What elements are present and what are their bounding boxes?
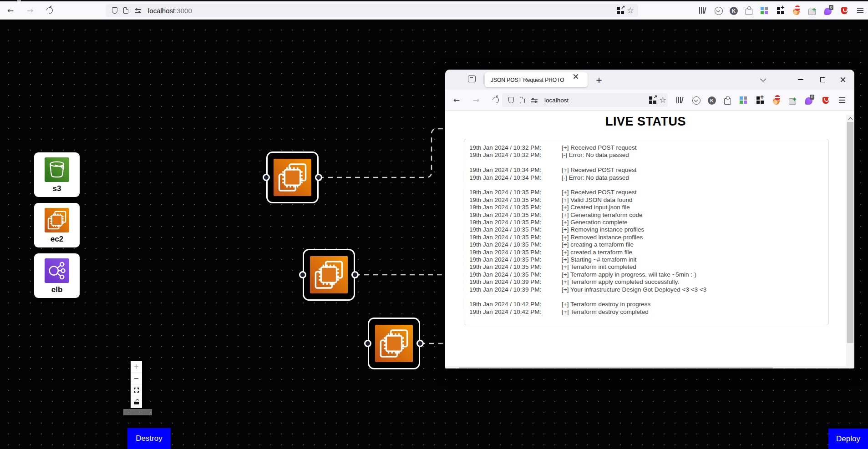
- log-timestamp: 19th Jan 2024 / 10:35 PM:: [469, 234, 562, 241]
- log-timestamp: 19th Jan 2024 / 10:35 PM:: [469, 256, 562, 263]
- extensions-puzzle-icon[interactable]: [722, 95, 732, 105]
- blocker-extension-icon[interactable]: [792, 5, 802, 15]
- log-row: 19th Jan 2024 / 10:42 PM:[+] Terraform d…: [469, 308, 828, 316]
- color-grid-extension-icon[interactable]: [739, 95, 749, 105]
- maximize-button[interactable]: [815, 70, 830, 90]
- grid-plus-extension-icon[interactable]: [755, 95, 765, 105]
- popup-active-tab[interactable]: JSON POST Request PROTO: [485, 72, 588, 87]
- log-timestamp: 19th Jan 2024 / 10:32 PM:: [469, 144, 562, 151]
- node-port-right[interactable]: [315, 174, 322, 181]
- shield-icon[interactable]: [508, 97, 514, 103]
- scrollbar-thumb[interactable]: [459, 367, 773, 368]
- log-message: [562, 182, 828, 189]
- library-icon[interactable]: [698, 5, 708, 15]
- shield-icon[interactable]: [112, 7, 117, 14]
- zoom-in-button[interactable]: +: [131, 361, 142, 373]
- log-row: 19th Jan 2024 / 10:35 PM:[+] Received PO…: [469, 189, 828, 196]
- tab-close-button[interactable]: [576, 76, 583, 83]
- reload-button[interactable]: [491, 95, 501, 105]
- bookmark-star-icon[interactable]: ☆: [625, 5, 635, 15]
- titlebar-chevron-button[interactable]: [755, 70, 771, 90]
- log-message: [-] Error: No data passed: [562, 151, 828, 159]
- node-port-right[interactable]: [351, 271, 359, 278]
- pocket-icon[interactable]: [714, 5, 724, 15]
- blocker-extension-icon[interactable]: [772, 95, 782, 105]
- close-window-button[interactable]: [835, 70, 851, 90]
- minimize-icon: [798, 79, 803, 80]
- forward-button[interactable]: →: [25, 5, 35, 15]
- add-extension-icon[interactable]: [807, 5, 817, 15]
- tile-tabs-icon[interactable]: [615, 5, 625, 15]
- scroll-up-arrow[interactable]: [848, 116, 853, 121]
- purple-badge-extension-icon[interactable]: [823, 5, 833, 15]
- log-timestamp: 19th Jan 2024 / 10:35 PM:: [469, 219, 562, 226]
- new-tab-button[interactable]: +: [593, 73, 605, 86]
- log-message: [-] Error: No data passed: [562, 174, 828, 182]
- log-message: [+] Your infrastructure Design Got Deplo…: [562, 286, 828, 293]
- bookmark-star-icon[interactable]: ☆: [658, 95, 668, 105]
- zoom-out-button[interactable]: −: [131, 373, 142, 384]
- horizontal-scrollbar[interactable]: [445, 366, 846, 368]
- log-timestamp: [469, 159, 562, 166]
- add-extension-icon[interactable]: [788, 95, 798, 105]
- firefox-view-icon[interactable]: [468, 76, 476, 82]
- log-message: [+] Received POST request: [562, 189, 828, 196]
- node-port-left[interactable]: [299, 271, 306, 278]
- page-info-icon[interactable]: [123, 7, 128, 14]
- color-grid-extension-icon[interactable]: [760, 5, 770, 15]
- deploy-button[interactable]: Deploy: [828, 429, 868, 449]
- node-port-left[interactable]: [364, 340, 371, 347]
- log-row: [469, 182, 828, 189]
- page-info-icon[interactable]: [520, 97, 525, 103]
- tile-tabs-icon[interactable]: [648, 95, 658, 105]
- node-port-right[interactable]: [416, 340, 424, 347]
- log-row: 19th Jan 2024 / 10:34 PM:[+] Received PO…: [469, 166, 828, 174]
- pocket-icon[interactable]: [691, 95, 701, 105]
- log-message: [+] Received POST request: [562, 166, 828, 174]
- scroll-down-arrow[interactable]: [848, 367, 853, 368]
- scrollbar-thumb[interactable]: [847, 122, 853, 343]
- palette-item-s3[interactable]: s3: [34, 152, 80, 197]
- keepa-extension-icon[interactable]: K: [730, 7, 738, 15]
- grid-plus-extension-icon[interactable]: [776, 5, 786, 15]
- hamburger-menu-icon[interactable]: [837, 95, 847, 105]
- back-button[interactable]: ←: [452, 95, 462, 105]
- adguard-shield-icon[interactable]: [839, 5, 849, 15]
- tab-title: JSON POST Request PROTO: [491, 77, 564, 83]
- palette-item-ec2[interactable]: ec2: [34, 203, 80, 247]
- log-row: 19th Jan 2024 / 10:39 PM:[+] Your infras…: [469, 286, 828, 293]
- canvas-node-ec2-2[interactable]: [303, 249, 355, 301]
- react-flow-attribution[interactable]: React Flow: [123, 409, 152, 415]
- log-message: [+] Terraform init completed: [562, 263, 828, 271]
- ec2-chip-icon: [45, 208, 69, 232]
- tab-separator: [483, 75, 484, 84]
- popup-address-bar[interactable]: localhost ☆: [502, 93, 668, 107]
- purple-badge-extension-icon[interactable]: [804, 95, 814, 105]
- permissions-icon[interactable]: [134, 7, 142, 14]
- hamburger-menu-icon[interactable]: [855, 5, 865, 15]
- log-message: [562, 293, 828, 301]
- destroy-button[interactable]: Destroy: [127, 428, 171, 449]
- back-button[interactable]: ←: [5, 5, 15, 15]
- flow-controls: + −: [131, 361, 142, 408]
- vertical-scrollbar[interactable]: [846, 115, 854, 368]
- reload-button[interactable]: [45, 5, 55, 15]
- canvas-node-ec2-3[interactable]: [368, 318, 420, 369]
- log-row: 19th Jan 2024 / 10:34 PM:[-] Error: No d…: [469, 174, 828, 182]
- keepa-extension-icon[interactable]: K: [708, 96, 716, 105]
- library-icon[interactable]: [675, 95, 685, 105]
- log-timestamp: 19th Jan 2024 / 10:35 PM:: [469, 189, 562, 196]
- minimize-button[interactable]: [793, 70, 808, 90]
- extension-toolbar: K: [698, 5, 865, 15]
- address-bar[interactable]: localhost:3000 ☆: [106, 4, 638, 17]
- forward-button[interactable]: →: [471, 95, 481, 105]
- log-row: 19th Jan 2024 / 10:35 PM:[+] Removed ins…: [469, 234, 828, 241]
- palette-item-elb[interactable]: elb: [34, 253, 80, 298]
- adguard-shield-icon[interactable]: [821, 95, 831, 105]
- canvas-node-ec2-1[interactable]: [266, 151, 319, 203]
- fit-view-button[interactable]: [131, 384, 142, 396]
- extensions-puzzle-icon[interactable]: [744, 5, 754, 15]
- permissions-icon[interactable]: [531, 97, 538, 103]
- node-port-left[interactable]: [263, 174, 270, 181]
- lock-button[interactable]: [131, 396, 142, 408]
